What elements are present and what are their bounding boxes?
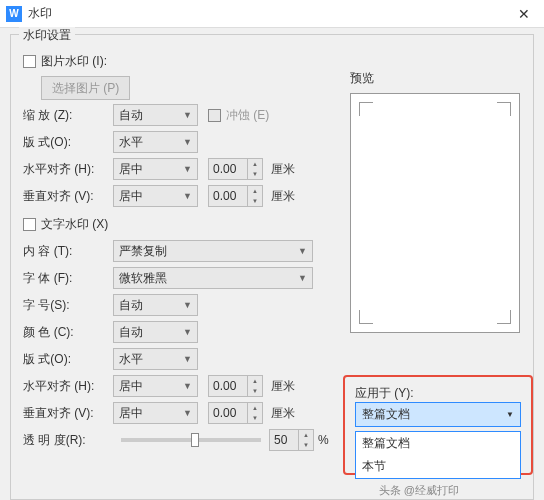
txt-halign-select[interactable]: 居中▼ bbox=[113, 375, 198, 397]
apply-to-group: 应用于 (Y): 整篇文档▼ 整篇文档 本节 bbox=[343, 375, 533, 475]
img-valign-select[interactable]: 居中▼ bbox=[113, 185, 198, 207]
opacity-label: 透 明 度(R): bbox=[23, 432, 113, 449]
content-label: 内 容 (T): bbox=[23, 243, 113, 260]
preview-label: 预览 bbox=[350, 70, 520, 87]
image-wm-checkbox[interactable] bbox=[23, 55, 36, 68]
text-wm-label: 文字水印 (X) bbox=[41, 216, 108, 233]
washout-label: 冲蚀 (E) bbox=[226, 107, 269, 124]
apply-dropdown: 整篇文档 本节 bbox=[355, 431, 521, 479]
opacity-num[interactable]: 50▲▼ bbox=[269, 429, 314, 451]
panel-title: 水印设置 bbox=[19, 27, 75, 44]
apply-option-section[interactable]: 本节 bbox=[356, 455, 520, 478]
font-label: 字 体 (F): bbox=[23, 270, 113, 287]
opacity-slider[interactable] bbox=[121, 438, 261, 442]
image-wm-label: 图片水印 (I): bbox=[41, 53, 107, 70]
content-select[interactable]: 严禁复制▼ bbox=[113, 240, 313, 262]
unit: 厘米 bbox=[271, 161, 295, 178]
img-halign-select[interactable]: 居中▼ bbox=[113, 158, 198, 180]
font-select[interactable]: 微软雅黑▼ bbox=[113, 267, 313, 289]
img-valign-num[interactable]: 0.00▲▼ bbox=[208, 185, 263, 207]
txt-valign-label: 垂直对齐 (V): bbox=[23, 405, 113, 422]
img-halign-label: 水平对齐 (H): bbox=[23, 161, 113, 178]
txt-layout-select[interactable]: 水平▼ bbox=[113, 348, 198, 370]
apply-select[interactable]: 整篇文档▼ bbox=[355, 402, 521, 427]
text-wm-row: 文字水印 (X) bbox=[23, 213, 343, 235]
footer-attribution: 头条 @经威打印 bbox=[379, 483, 459, 498]
close-button[interactable]: ✕ bbox=[504, 0, 544, 28]
apply-label: 应用于 (Y): bbox=[355, 385, 521, 402]
txt-layout-label: 版 式(O): bbox=[23, 351, 113, 368]
preview-area: 预览 bbox=[350, 70, 520, 333]
slider-thumb[interactable] bbox=[191, 433, 199, 447]
dropdown-triangle-icon: ▼ bbox=[506, 410, 514, 419]
titlebar: W 水印 ✕ bbox=[0, 0, 544, 28]
chevron-down-icon: ▼ bbox=[183, 164, 192, 174]
text-wm-checkbox[interactable] bbox=[23, 218, 36, 231]
img-halign-num[interactable]: 0.00▲▼ bbox=[208, 158, 263, 180]
preview-box bbox=[350, 93, 520, 333]
app-icon: W bbox=[6, 6, 22, 22]
color-select[interactable]: 自动▼ bbox=[113, 321, 198, 343]
washout-checkbox[interactable] bbox=[208, 109, 221, 122]
select-image-button[interactable]: 选择图片 (P) bbox=[41, 76, 130, 100]
spin-down-icon: ▼ bbox=[248, 169, 262, 179]
color-label: 颜 色 (C): bbox=[23, 324, 113, 341]
size-select[interactable]: 自动▼ bbox=[113, 294, 198, 316]
scale-select[interactable]: 自动▼ bbox=[113, 104, 198, 126]
img-layout-label: 版 式(O): bbox=[23, 134, 113, 151]
chevron-down-icon: ▼ bbox=[183, 137, 192, 147]
window-title: 水印 bbox=[28, 5, 504, 22]
apply-option-all[interactable]: 整篇文档 bbox=[356, 432, 520, 455]
txt-valign-select[interactable]: 居中▼ bbox=[113, 402, 198, 424]
chevron-down-icon: ▼ bbox=[183, 110, 192, 120]
txt-halign-label: 水平对齐 (H): bbox=[23, 378, 113, 395]
img-layout-select[interactable]: 水平▼ bbox=[113, 131, 198, 153]
spin-up-icon: ▲ bbox=[248, 159, 262, 169]
txt-valign-num[interactable]: 0.00▲▼ bbox=[208, 402, 263, 424]
img-valign-label: 垂直对齐 (V): bbox=[23, 188, 113, 205]
image-wm-row: 图片水印 (I): bbox=[23, 50, 343, 72]
scale-label: 缩 放 (Z): bbox=[23, 107, 113, 124]
txt-halign-num[interactable]: 0.00▲▼ bbox=[208, 375, 263, 397]
chevron-down-icon: ▼ bbox=[183, 191, 192, 201]
size-label: 字 号(S): bbox=[23, 297, 113, 314]
